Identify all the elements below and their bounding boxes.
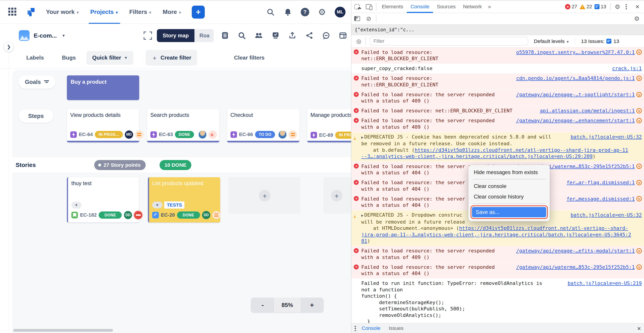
live-expression-eye-icon[interactable]: ◎ [351, 38, 366, 44]
issue-key[interactable]: EC-20 [161, 212, 175, 218]
status-badge[interactable]: TO DO [255, 131, 275, 138]
source-link[interactable]: cdn.pendo.io/agent/s…8aa54814/pendo.js:1 [516, 75, 635, 82]
log-message[interactable]: batch.js?locale=en-US:219Failed to run i… [351, 278, 644, 323]
tab-sources[interactable]: Sources [433, 1, 459, 13]
labels-filter[interactable]: Labels [19, 51, 51, 64]
steps-row-header[interactable]: Steps [18, 110, 54, 123]
horizontal-scrollbar[interactable] [13, 329, 113, 332]
error-message[interactable]: api.atlassian.com/metal/ingest:1⇅×Failed… [351, 106, 644, 116]
issue-key[interactable]: EC-63 [159, 132, 173, 138]
assignee-avatar[interactable] [278, 130, 287, 139]
console-settings-icon[interactable]: ⚙ [633, 13, 644, 24]
add-story-button[interactable]: ＋ [331, 190, 342, 201]
menu-item-hide-messages[interactable]: Hide messages from exists [468, 167, 550, 177]
close-devtools-icon[interactable]: × [632, 3, 643, 10]
issue-key[interactable]: EC-66 [239, 132, 253, 138]
bugs-filter[interactable]: Bugs [54, 51, 83, 64]
issue-key[interactable]: EC-64 [79, 132, 93, 138]
status-badge[interactable]: DONE [177, 212, 200, 219]
help-icon[interactable]: ? [301, 8, 310, 16]
devtools-menu-icon[interactable] [623, 4, 630, 10]
source-link[interactable]: fer…message.dismissed:1 [566, 196, 635, 202]
error-message[interactable]: o55978.ingest.sentry….browser%2F7.47.0:1… [351, 48, 644, 64]
execution-context-bar[interactable]: {"extension_id":"c... [351, 24, 644, 35]
log-message[interactable]: crack.js:1super_copy_cracked:false [351, 64, 644, 74]
status-badge[interactable]: DONE [175, 131, 194, 138]
nav-projects[interactable]: Projects▼ [86, 5, 123, 19]
warning-message[interactable]: batch.js?locale=en-US:32!▶DEPRECATED JS … [351, 132, 644, 162]
error-message[interactable]: /gateway/api/waterme…853c-295e15f252b5:1… [351, 262, 644, 278]
clear-filters-button[interactable]: Clear filters [227, 51, 272, 64]
error-count-badge[interactable]: ×27 [565, 4, 577, 10]
source-link[interactable]: batch.js?locale=en-US:32 [570, 134, 642, 140]
nav-more[interactable]: More▼ [159, 5, 186, 19]
create-filter-button[interactable]: ＋Create filter [146, 50, 197, 66]
source-link[interactable]: fer…ar-flag.dismissed:1 [566, 180, 635, 186]
assignee-avatar[interactable]: MD [125, 130, 133, 139]
tab-elements[interactable]: Elements [378, 1, 407, 13]
error-message[interactable]: /gateway/api/engage-…enhancement/start:1… [351, 116, 644, 132]
menu-item-save-as[interactable]: Save as... [472, 207, 546, 217]
status-badge[interactable]: DONE [99, 212, 122, 219]
warning-count-badge[interactable]: !22 [580, 4, 592, 10]
priority-medium-icon[interactable] [289, 130, 297, 139]
inspect-element-icon[interactable] [351, 1, 363, 12]
priority-highest-icon[interactable] [208, 130, 217, 139]
board-search-icon[interactable] [238, 32, 246, 40]
error-message[interactable]: /gateway/api/engage-…efits-modal/start:1… [351, 246, 644, 262]
nav-filters[interactable]: Filters▼ [125, 5, 156, 19]
status-badge[interactable]: IN PROG... [335, 132, 351, 139]
expand-caret-icon[interactable]: ▶ [361, 135, 364, 140]
zoom-in-button[interactable]: + [300, 298, 324, 312]
source-link[interactable]: /gateway/api/waterme…853c-295e15f252b5:1 [516, 264, 635, 270]
issues-counter[interactable]: 13 Issues:13 [575, 38, 619, 44]
chevron-down-icon[interactable]: ▼ [62, 34, 65, 38]
menu-item-clear-history[interactable]: Clear console history [468, 192, 550, 202]
devtools-settings-icon[interactable]: ⚙ [615, 3, 620, 10]
drawer-tab-console[interactable]: Console [358, 323, 385, 333]
source-link[interactable]: batch.js?locale=en-US:219 [568, 280, 642, 286]
fullscreen-icon[interactable] [144, 32, 152, 40]
source-link[interactable]: api.atlassian.com/metal/ingest:1 [540, 108, 635, 114]
create-button[interactable]: + [192, 6, 205, 19]
search-icon[interactable] [266, 8, 275, 16]
tab-network[interactable]: Network [460, 1, 486, 13]
priority-medium-icon[interactable] [212, 211, 221, 219]
status-badge[interactable]: IN PROG... [95, 131, 123, 138]
step-card[interactable]: Manage productsEC-69IN PROG... [307, 109, 351, 142]
step-card[interactable]: Search productsEC-63DONE [147, 109, 219, 142]
add-label-button[interactable]: + [72, 202, 82, 208]
quick-filter-button[interactable]: Quick filter▼ [86, 51, 133, 65]
goals-row-header[interactable]: Goals [18, 76, 56, 88]
add-story-button[interactable]: ＋ [259, 190, 270, 201]
menu-item-clear-console[interactable]: Clear console [468, 181, 550, 191]
priority-medium-icon[interactable] [135, 130, 144, 139]
app-switcher-icon[interactable] [8, 8, 17, 16]
feedback-icon[interactable] [322, 32, 330, 40]
source-link[interactable]: crack.js:1 [612, 65, 642, 72]
project-name[interactable]: E-com... [34, 32, 57, 39]
log-levels-dropdown[interactable]: Default levels ▼ [534, 38, 570, 44]
tab-console[interactable]: Console [407, 1, 433, 13]
priority-blocker-icon[interactable] [134, 211, 142, 219]
story-card-thuy-test[interactable]: thuy test + EC-182 DONE DD [67, 177, 139, 222]
story-map-toggle[interactable]: Story map [157, 29, 194, 42]
message-count-badge[interactable]: 13 [594, 4, 606, 10]
drawer-tab-issues[interactable]: Issues [385, 323, 408, 333]
device-toolbar-icon[interactable] [363, 1, 374, 12]
more-tabs-icon[interactable]: » [486, 4, 494, 10]
error-message[interactable]: /gateway/api/engage-…t-spotlight/start:1… [351, 90, 644, 106]
export-icon[interactable] [288, 32, 297, 40]
roadmap-toggle[interactable]: Roa [194, 29, 214, 42]
assignee-avatar[interactable] [198, 130, 207, 139]
source-link[interactable]: o55978.ingest.sentry….browser%2F7.47.0:1 [516, 49, 635, 56]
team-icon[interactable] [255, 32, 263, 40]
source-link[interactable]: batch.js?locale=en-US:32 [570, 212, 642, 218]
drawer-menu-icon[interactable] [351, 326, 358, 331]
goal-card[interactable]: Buy a product [67, 76, 139, 100]
console-filter-input[interactable] [370, 37, 528, 46]
summary-list-icon[interactable] [221, 32, 229, 40]
step-card[interactable]: View products detailsEC-64IN PROG...MD [67, 109, 139, 142]
user-avatar[interactable]: ML [335, 7, 346, 18]
zoom-out-button[interactable]: - [251, 298, 274, 312]
